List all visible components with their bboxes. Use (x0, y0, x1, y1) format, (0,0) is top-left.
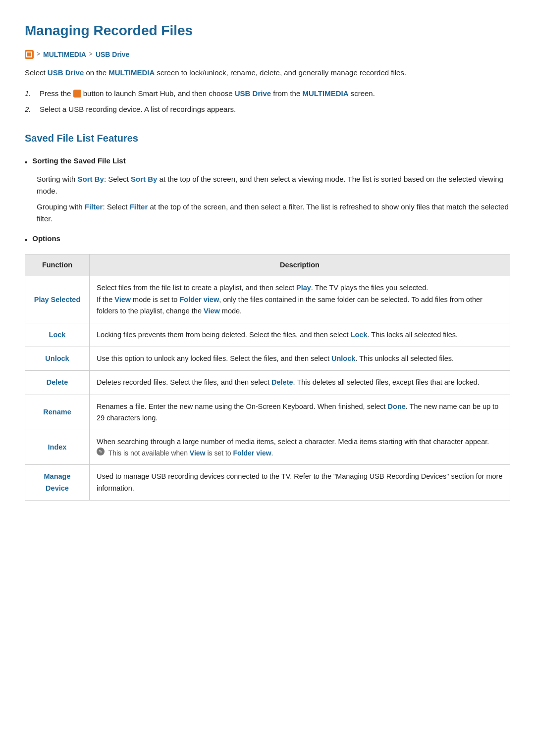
smart-hub-icon (25, 50, 34, 59)
folder-view-link-1: Folder view (179, 296, 219, 303)
smart-hub-button-icon (73, 90, 81, 98)
saved-file-list-title: Saved File List Features (25, 130, 510, 146)
delete-link: Delete (271, 378, 293, 386)
breadcrumb-separator-1: > (37, 50, 40, 59)
step-1-content: Press the button to launch Smart Hub, an… (40, 88, 375, 100)
step1-usb-link: USB Drive (235, 89, 271, 98)
desc-delete: Deletes recorded files. Select the files… (90, 371, 510, 395)
table-row: Play Selected Select files from the file… (25, 276, 510, 323)
play-link: Play (296, 284, 311, 292)
step-1: 1. Press the button to launch Smart Hub,… (25, 88, 510, 100)
table-row: Manage Device Used to manage USB recordi… (25, 465, 510, 500)
options-heading: • Options (25, 233, 510, 246)
function-manage-device: Manage Device (25, 465, 90, 500)
function-index: Index (25, 430, 90, 465)
filter-link-1: Filter (85, 202, 103, 211)
table-header-row: Function Description (25, 254, 510, 276)
function-delete: Delete (25, 371, 90, 395)
step-2-num: 2. (25, 103, 35, 115)
options-section: • Options (25, 233, 510, 246)
desc-play-selected: Select files from the file list to creat… (90, 276, 510, 323)
sorting-section: • Sorting the Saved File List Sorting wi… (25, 155, 510, 225)
function-rename: Rename (25, 395, 90, 430)
breadcrumb-multimedia[interactable]: MULTIMEDIA (43, 49, 86, 60)
options-heading-text: Options (32, 233, 60, 245)
view-link-2: View (204, 307, 220, 315)
function-lock: Lock (25, 323, 90, 347)
table-row: Lock Locking files prevents them from be… (25, 323, 510, 347)
desc-unlock: Use this option to unlock any locked fil… (90, 347, 510, 371)
table-row: Delete Deletes recorded files. Select th… (25, 371, 510, 395)
filter-link-2: Filter (130, 202, 148, 211)
function-unlock: Unlock (25, 347, 90, 371)
filter-paragraph: Grouping with Filter: Select Filter at t… (37, 201, 510, 225)
intro-multimedia-link: MULTIMEDIA (108, 68, 155, 77)
desc-rename: Renames a file. Enter the new name using… (90, 395, 510, 430)
view-link-1: View (114, 296, 131, 303)
step-1-num: 1. (25, 88, 35, 100)
col-description: Description (90, 254, 510, 276)
unlock-link: Unlock (331, 354, 355, 362)
sort-by-paragraph: Sorting with Sort By: Select Sort By at … (37, 173, 510, 197)
function-play-selected: Play Selected (25, 276, 90, 323)
col-function: Function (25, 254, 90, 276)
table-body: Play Selected Select files from the file… (25, 276, 510, 500)
step1-multimedia-link: MULTIMEDIA (302, 89, 348, 98)
intro-text: Select USB Drive on the MULTIMEDIA scree… (25, 67, 510, 79)
table-row: Index When searching through a large num… (25, 430, 510, 465)
sort-by-link-2: Sort By (131, 175, 157, 183)
step-2-content: Select a USB recording device. A list of… (40, 103, 236, 115)
table-header: Function Description (25, 254, 510, 276)
desc-lock: Locking files prevents them from being d… (90, 323, 510, 347)
table-row: Rename Renames a file. Enter the new nam… (25, 395, 510, 430)
lock-link: Lock (351, 331, 368, 339)
note-pencil-icon: ✎ (97, 448, 105, 455)
desc-manage-device: Used to manage USB recording devices con… (90, 465, 510, 500)
intro-usb-link: USB Drive (48, 68, 84, 77)
breadcrumb: > MULTIMEDIA > USB Drive (25, 49, 510, 60)
sorting-heading-text: Sorting the Saved File List (32, 155, 125, 167)
sorting-heading: • Sorting the Saved File List (25, 155, 510, 168)
desc-index: When searching through a large number of… (90, 430, 510, 465)
index-note: ✎ This is not available when View is set… (97, 448, 503, 458)
done-link: Done (388, 403, 406, 410)
page-title: Managing Recorded Files (25, 20, 510, 42)
sort-by-link-1: Sort By (78, 175, 104, 183)
steps-list: 1. Press the button to launch Smart Hub,… (25, 88, 510, 115)
folder-view-link-2: Folder view (233, 449, 271, 457)
options-table: Function Description Play Selected Selec… (25, 254, 510, 501)
bullet-dot-2: • (25, 234, 27, 246)
note-text: This is not available when View is set t… (107, 448, 273, 458)
view-link-3: View (190, 449, 206, 457)
step-2: 2. Select a USB recording device. A list… (25, 103, 510, 115)
bullet-dot-1: • (25, 156, 27, 168)
breadcrumb-separator-2: > (89, 50, 93, 59)
table-row: Unlock Use this option to unlock any loc… (25, 347, 510, 371)
sorting-body: Sorting with Sort By: Select Sort By at … (37, 173, 510, 225)
breadcrumb-usb-drive[interactable]: USB Drive (96, 49, 129, 60)
